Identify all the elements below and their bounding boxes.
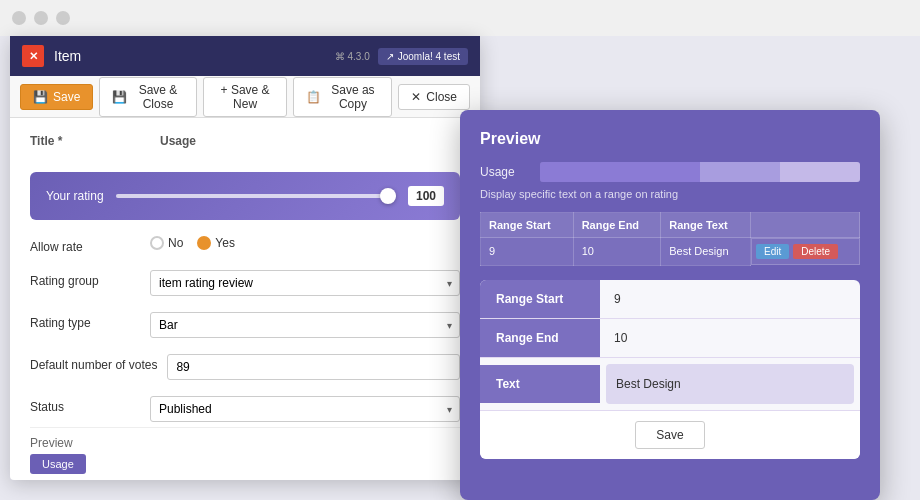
close-icon: ✕ xyxy=(411,90,421,104)
preview-usage-label: Usage xyxy=(480,165,530,179)
edit-range-start-row: Range Start 9 xyxy=(480,280,860,319)
edit-text-row: Text Best Design xyxy=(480,358,860,411)
window-title: Item xyxy=(54,48,325,64)
radio-no-circle xyxy=(150,236,164,250)
rating-type-label: Rating type xyxy=(30,312,140,330)
edit-button[interactable]: Edit xyxy=(756,244,789,259)
version-badge: ⌘ 4.3.0 xyxy=(335,51,370,62)
edit-range-start-value: 9 xyxy=(600,282,860,316)
rating-widget[interactable]: Your rating 100 xyxy=(30,172,460,220)
rating-slider-fill xyxy=(116,194,396,198)
joomla-icon: ✕ xyxy=(22,45,44,67)
table-cell-range-text: Best Design xyxy=(661,238,751,266)
top-bar-right: ⌘ 4.3.0 ↗ Joomla! 4 test xyxy=(335,48,468,65)
edit-range-start-label: Range Start xyxy=(480,280,600,318)
rating-type-row: Rating type Bar ▾ xyxy=(30,312,460,338)
rating-group-label: Rating group xyxy=(30,270,140,288)
preview-description: Display specific text on a range on rati… xyxy=(480,188,860,200)
default-votes-label: Default number of votes xyxy=(30,354,157,372)
bar-segment-1 xyxy=(540,162,700,182)
allow-rate-yes-option[interactable]: Yes xyxy=(197,236,235,250)
table-row: 9 10 Best Design Edit Delete xyxy=(481,238,860,266)
edit-text-textarea[interactable]: Best Design xyxy=(606,364,854,404)
usage-header-label: Usage xyxy=(160,134,196,148)
rating-type-select-wrapper: Bar ▾ xyxy=(150,312,460,338)
radio-yes-circle xyxy=(197,236,211,250)
save-close-button[interactable]: 💾 Save & Close xyxy=(99,77,196,117)
table-header-range-start: Range Start xyxy=(481,213,574,238)
edit-range-end-label: Range End xyxy=(480,319,600,357)
save-icon: 💾 xyxy=(33,90,48,104)
rating-group-row: Rating group item rating review ▾ xyxy=(30,270,460,296)
tab-usage[interactable]: Usage xyxy=(30,454,86,474)
save-button[interactable]: 💾 Save xyxy=(20,84,93,110)
preview-panel: Preview Usage Display specific text on a… xyxy=(460,110,880,500)
status-select[interactable]: Published xyxy=(150,396,460,422)
table-cell-range-start: 9 xyxy=(481,238,574,266)
rating-slider[interactable] xyxy=(116,194,396,198)
joomla-link-button[interactable]: ↗ Joomla! 4 test xyxy=(378,48,468,65)
preview-usage-bar xyxy=(540,162,860,182)
form-area: Title * Usage Your rating 100 Allow rate xyxy=(10,118,480,454)
main-window: ✕ Item ⌘ 4.3.0 ↗ Joomla! 4 test 💾 Save 💾… xyxy=(10,36,480,480)
rating-slider-thumb xyxy=(380,188,396,204)
table-header-actions xyxy=(750,213,859,238)
radio-no-label: No xyxy=(168,236,183,250)
rating-type-select[interactable]: Bar xyxy=(150,312,460,338)
allow-rate-no-option[interactable]: No xyxy=(150,236,183,250)
required-indicator: * xyxy=(58,134,63,148)
save-copy-button[interactable]: 📋 Save as Copy xyxy=(293,77,392,117)
table-cell-actions: Edit Delete xyxy=(751,238,860,265)
table-header-range-text: Range Text xyxy=(661,213,751,238)
rating-row: Your rating 100 xyxy=(30,172,460,220)
title-bar xyxy=(0,0,920,36)
default-votes-row: Default number of votes 89 xyxy=(30,354,460,380)
title-usage-header: Title * Usage xyxy=(30,134,460,156)
allow-rate-row: Allow rate No Yes xyxy=(30,236,460,254)
close-button[interactable]: ✕ Close xyxy=(398,84,470,110)
table-header-range-end: Range End xyxy=(573,213,661,238)
preview-save-row: Save xyxy=(480,411,860,459)
preview-edit-form: Range Start 9 Range End 10 Text Best Des… xyxy=(480,280,860,459)
radio-yes-label: Yes xyxy=(215,236,235,250)
rating-group-select-wrapper: item rating review ▾ xyxy=(150,270,460,296)
rating-value: 100 xyxy=(408,186,444,206)
bar-segment-2 xyxy=(700,162,780,182)
preview-tabs: Usage xyxy=(30,454,460,474)
save-close-icon: 💾 xyxy=(112,90,127,104)
status-select-wrapper: Published ▾ xyxy=(150,396,460,422)
save-new-button[interactable]: + Save & New xyxy=(203,77,288,117)
default-votes-input[interactable]: 89 xyxy=(167,354,460,380)
status-row: Status Published ▾ xyxy=(30,396,460,422)
edit-range-end-value: 10 xyxy=(600,321,860,355)
preview-range-table: Range Start Range End Range Text 9 10 Be… xyxy=(480,212,860,266)
bar-segment-3 xyxy=(780,162,860,182)
edit-text-label: Text xyxy=(480,365,600,403)
allow-rate-label: Allow rate xyxy=(30,236,140,254)
toolbar: 💾 Save 💾 Save & Close + Save & New 📋 Sav… xyxy=(10,76,480,118)
delete-button[interactable]: Delete xyxy=(793,244,838,259)
window-minimize-btn[interactable] xyxy=(34,11,48,25)
preview-panel-title: Preview xyxy=(480,130,860,148)
window-close-btn[interactable] xyxy=(12,11,26,25)
preview-section-label: Preview xyxy=(30,436,460,450)
copy-icon: 📋 xyxy=(306,90,321,104)
window-maximize-btn[interactable] xyxy=(56,11,70,25)
title-header-label: Title * xyxy=(30,134,140,148)
rating-group-select[interactable]: item rating review xyxy=(150,270,460,296)
left-preview-area: Preview Usage xyxy=(30,427,460,480)
edit-range-end-row: Range End 10 xyxy=(480,319,860,358)
preview-save-button[interactable]: Save xyxy=(635,421,704,449)
top-bar: ✕ Item ⌘ 4.3.0 ↗ Joomla! 4 test xyxy=(10,36,480,76)
status-label: Status xyxy=(30,396,140,414)
allow-rate-radio-group: No Yes xyxy=(150,236,235,250)
external-link-icon: ↗ xyxy=(386,51,394,62)
preview-usage-row: Usage xyxy=(480,162,860,182)
rating-widget-label: Your rating xyxy=(46,189,104,203)
table-cell-range-end: 10 xyxy=(573,238,661,266)
